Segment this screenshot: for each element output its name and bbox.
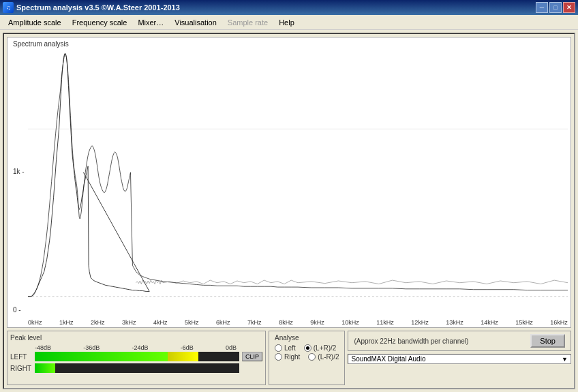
- dropdown-arrow-icon[interactable]: ▼: [562, 356, 568, 363]
- x-label-10: 10kHz: [341, 319, 359, 326]
- minimize-button[interactable]: ─: [536, 2, 548, 13]
- analyse-title: Analyse: [275, 334, 339, 342]
- right-channel-row: RIGHT: [10, 363, 262, 373]
- bandwidth-info: (Approx 22Hz bandwidth per channel) Stop: [348, 331, 571, 351]
- menu-sample-rate: Sample rate: [222, 17, 273, 28]
- x-label-8: 8kHz: [279, 319, 293, 326]
- right-level-bar: [35, 363, 239, 373]
- menu-help[interactable]: Help: [273, 17, 300, 28]
- y-axis-0-label: 0 -: [13, 306, 21, 314]
- x-label-15: 15kHz: [515, 319, 533, 326]
- bandwidth-text: (Approx 22Hz bandwidth per channel): [354, 337, 468, 345]
- analyse-radio-row-1: Left (L+R)/2: [275, 344, 339, 352]
- device-name: SoundMAX Digital Audio: [351, 355, 562, 363]
- x-label-5: 5kHz: [185, 319, 199, 326]
- x-label-9: 9kHz: [310, 319, 324, 326]
- x-label-0: 0kHz: [28, 319, 42, 326]
- x-label-4: 4kHz: [153, 319, 168, 326]
- marker-48db: -48dB: [35, 344, 51, 351]
- x-label-11: 11kHz: [376, 319, 394, 326]
- stop-button[interactable]: Stop: [530, 334, 565, 348]
- menu-visualisation[interactable]: Visualisation: [169, 17, 222, 28]
- analyse-lpr2-radio[interactable]: [304, 344, 311, 352]
- left-channel-row: LEFT CLIP: [10, 352, 262, 361]
- x-label-16: 16kHz: [550, 319, 568, 326]
- right-info-panel: (Approx 22Hz bandwidth per channel) Stop…: [348, 331, 571, 385]
- analyse-right-label: Right: [284, 353, 300, 361]
- x-label-6: 6kHz: [216, 319, 230, 326]
- left-bar-yellow: [168, 352, 198, 361]
- left-bar-green: [35, 352, 168, 361]
- titlebar-left: ♫ Spectrum analysis v3.5 ©W.A.Steer 2001…: [3, 2, 180, 13]
- x-label-3: 3kHz: [122, 319, 136, 326]
- analyse-left-radio[interactable]: [275, 344, 282, 352]
- analyse-panel: Analyse Left (L+R)/2 Right (L-R): [269, 331, 345, 385]
- peak-level-title: Peak level: [10, 334, 262, 342]
- marker-6db: -6dB: [181, 344, 194, 351]
- x-label-13: 13kHz: [446, 319, 463, 326]
- main-window: Spectrum analysis 1k - 0 - 0kHz 1kHz 2kH…: [3, 33, 575, 389]
- x-label-7: 7kHz: [247, 319, 262, 326]
- x-label-12: 12kHz: [411, 319, 429, 326]
- x-label-1: 1kHz: [59, 319, 74, 326]
- analyse-lmr2-radio[interactable]: [308, 353, 316, 361]
- titlebar-title: Spectrum analysis v3.5 ©W.A.Steer 2001-2…: [16, 3, 180, 12]
- marker-36db: -36dB: [83, 344, 100, 351]
- level-markers: -48dB -36dB -24dB -6dB 0dB: [35, 344, 237, 351]
- spectrum-title: Spectrum analysis: [13, 40, 69, 48]
- left-level-bar: [35, 352, 239, 361]
- app-icon: ♫: [3, 2, 14, 13]
- analyse-right-radio[interactable]: [275, 353, 282, 361]
- x-label-14: 14kHz: [481, 319, 498, 326]
- analyse-left-label: Left: [284, 344, 296, 352]
- close-button[interactable]: ✕: [563, 2, 575, 13]
- menu-frequency-scale[interactable]: Frequency scale: [67, 17, 133, 28]
- marker-24db: -24dB: [132, 344, 149, 351]
- device-select[interactable]: SoundMAX Digital Audio ▼: [348, 354, 571, 364]
- analyse-radio-row-2: Right (L-R)/2: [275, 353, 339, 361]
- analyse-lmr2-label: (L-R)/2: [318, 353, 339, 361]
- analyse-lmr2-option[interactable]: (L-R)/2: [308, 353, 339, 361]
- peak-level-panel: Peak level -48dB -36dB -24dB -6dB 0dB LE…: [7, 331, 266, 385]
- left-channel-label: LEFT: [10, 353, 32, 361]
- marker-0db: 0dB: [226, 344, 237, 351]
- titlebar: ♫ Spectrum analysis v3.5 ©W.A.Steer 2001…: [0, 0, 578, 15]
- right-bar-green: [35, 363, 55, 373]
- menu-mixer[interactable]: Mixer…: [132, 17, 169, 28]
- spectrum-chart: [28, 48, 568, 315]
- spectrum-area: Spectrum analysis 1k - 0 - 0kHz 1kHz 2kH…: [7, 37, 571, 328]
- x-axis: 0kHz 1kHz 2kHz 3kHz 4kHz 5kHz 6kHz 7kHz …: [28, 319, 568, 326]
- maximize-button[interactable]: □: [549, 2, 562, 13]
- analyse-lpr2-label: (L+R)/2: [314, 344, 337, 352]
- menu-amplitude-scale[interactable]: Amplitude scale: [3, 17, 67, 28]
- x-label-2: 2kHz: [91, 319, 105, 326]
- bottom-panel: Peak level -48dB -36dB -24dB -6dB 0dB LE…: [7, 331, 571, 385]
- analyse-lpr2-option[interactable]: (L+R)/2: [304, 344, 337, 352]
- analyse-right-option[interactable]: Right: [275, 353, 300, 361]
- y-axis-1k-label: 1k -: [13, 168, 25, 175]
- right-channel-label: RIGHT: [10, 365, 32, 372]
- titlebar-controls: ─ □ ✕: [536, 2, 575, 13]
- menubar: Amplitude scale Frequency scale Mixer… V…: [0, 15, 578, 30]
- analyse-left-option[interactable]: Left: [275, 344, 296, 352]
- clip-button[interactable]: CLIP: [242, 352, 262, 361]
